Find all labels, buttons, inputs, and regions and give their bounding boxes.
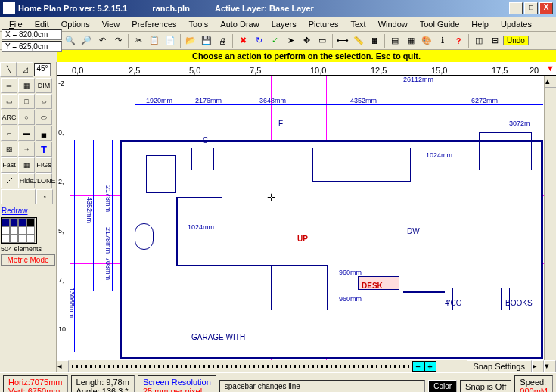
angle-tool[interactable]: ◿ — [17, 62, 33, 77]
ruler-marker-right: ▼ — [546, 64, 554, 73]
element-count: 504 elements — [0, 244, 56, 254]
action-hint-bar: Choose an action to perform on the selec… — [57, 50, 556, 62]
app-icon — [3, 2, 15, 14]
calc-icon[interactable]: 🖩 — [367, 33, 382, 48]
open-icon[interactable]: 📂 — [183, 33, 198, 48]
cut-icon[interactable]: ✂ — [131, 33, 146, 48]
square-tool[interactable]: □ — [18, 94, 35, 109]
titlebar: Home Plan Pro ver: 5.2.15.1 ranch.pln Ac… — [0, 0, 556, 17]
arc-tool[interactable]: ARC — [1, 110, 17, 125]
menubar: File Edit Options View Preferences Tools… — [0, 17, 556, 32]
select-icon[interactable]: ▭ — [315, 33, 330, 48]
fill-icon[interactable]: 🎨 — [419, 33, 434, 48]
coord-x: X = 820,0cm — [2, 29, 62, 40]
ellipse-tool[interactable]: ⬭ — [36, 110, 52, 125]
menu-toolguide[interactable]: Tool Guide — [414, 18, 466, 30]
zoom-out-icon[interactable]: 🔎 — [79, 33, 94, 48]
hatch-tool[interactable]: ▨ — [1, 142, 17, 157]
wall-tool[interactable]: ▄ — [36, 126, 52, 141]
redo-icon[interactable]: ↷ — [110, 33, 126, 48]
print-icon[interactable]: 🖨 — [215, 33, 230, 48]
dim-icon[interactable]: ⟷ — [335, 33, 350, 48]
table-tool[interactable]: ▦ — [18, 157, 35, 173]
status-hint: spacebar changes line — [219, 380, 425, 392]
zoom-out-button[interactable]: – — [412, 361, 424, 372]
door-tool[interactable]: ⌐ — [1, 126, 17, 141]
title-text: Home Plan Pro ver: 5.2.15.1 ranch.pln Ac… — [18, 4, 509, 13]
group-icon[interactable]: ◫ — [471, 33, 486, 48]
copy-icon[interactable]: 📋 — [147, 33, 162, 48]
eraser-tool[interactable]: ▫ — [36, 189, 53, 204]
scale-icon[interactable]: 📏 — [351, 33, 366, 48]
menu-text[interactable]: Text — [344, 18, 371, 30]
status-length-angle: Length: 9,78m Angle: 136,3 * — [71, 375, 135, 393]
close-button[interactable]: X — [539, 2, 553, 14]
grid-tool[interactable]: ▦ — [18, 78, 35, 93]
hatch-icon[interactable]: ▦ — [403, 33, 418, 48]
status-speed: Speed: 000mM — [514, 375, 553, 393]
scroll-track[interactable] — [72, 365, 409, 368]
paste-icon[interactable]: 📄 — [163, 33, 178, 48]
dim-tool[interactable]: DIM — [36, 78, 52, 93]
menu-tools[interactable]: Tools — [183, 18, 215, 30]
maximize-button[interactable]: □ — [524, 2, 538, 14]
bottom-control-bar: ◂ – + Snap Settings ▸ ▾ — [57, 360, 556, 372]
window-tool[interactable]: ▬ — [18, 126, 35, 141]
scroll-left-button[interactable]: ◂ — [57, 360, 69, 372]
rect-tool[interactable]: ▭ — [1, 94, 17, 109]
text-tool[interactable]: T — [36, 142, 52, 157]
delete-icon[interactable]: ✖ — [235, 33, 250, 48]
clone-tool[interactable]: CLONE — [36, 173, 52, 188]
scroll-down-button[interactable]: ▾ — [544, 360, 556, 372]
scroll-right-button[interactable]: ▸ — [532, 360, 544, 372]
blank-tool-1[interactable] — [1, 189, 36, 204]
cursor-crosshair: ✛ — [267, 191, 276, 204]
ungroup-icon[interactable]: ⊟ — [487, 33, 502, 48]
metric-mode[interactable]: Metric Mode — [1, 254, 55, 266]
poly-tool[interactable]: ▱ — [36, 94, 52, 109]
left-tool-panel: ╲ ◿ 45° ═ ▦ DIM ▭ □ ▱ ARC ○ ⬭ ⌐ ▬ ▄ ▨ → … — [0, 62, 57, 372]
arrow-tool[interactable]: → — [18, 142, 35, 157]
menu-help[interactable]: Help — [465, 18, 495, 30]
status-snap: Snap is Off — [460, 380, 511, 393]
rotate-icon[interactable]: ↻ — [251, 33, 266, 48]
fast-tool[interactable]: Fast — [1, 157, 17, 173]
status-resolution: Screen Resolution 25 mm per pixel — [138, 375, 216, 393]
scroll-up-button[interactable]: ▴ — [545, 76, 556, 88]
color-swatches[interactable] — [1, 217, 37, 244]
scrollbar-vertical[interactable]: ▴ — [544, 76, 556, 360]
minimize-button[interactable]: _ — [509, 2, 523, 14]
line-tool[interactable]: ╲ — [0, 62, 17, 77]
undo-icon[interactable]: ↶ — [95, 33, 110, 48]
menu-updates[interactable]: Updates — [495, 18, 538, 30]
coord-y: Y = 625,0cm — [2, 41, 62, 52]
pointer-icon[interactable]: ➤ — [283, 33, 298, 48]
menu-view[interactable]: View — [96, 18, 126, 30]
toolbar-top: X = 820,0cm Y = 625,0cm 🔍 🔎 ↶ ↷ ✂ 📋 📄 📂 … — [0, 32, 556, 50]
menu-layers[interactable]: Layers — [266, 18, 303, 30]
snap-settings-button[interactable]: Snap Settings — [467, 360, 533, 372]
status-position: Horiz:7075mm Vert: 6750mm — [3, 375, 68, 393]
circle-tool[interactable]: ○ — [18, 110, 35, 125]
info-icon[interactable]: ℹ — [435, 33, 450, 48]
menu-window[interactable]: Window — [372, 18, 414, 30]
layers-icon[interactable]: ▤ — [387, 33, 402, 48]
statusbar: Horiz:7075mm Vert: 6750mm Length: 9,78m … — [0, 372, 556, 392]
drawing-canvas[interactable]: 26112mm 1920mm 2176mm 3648mm 4352mm 6272… — [70, 76, 544, 360]
save-icon[interactable]: 💾 — [199, 33, 214, 48]
color-button[interactable]: Color — [428, 380, 457, 392]
undo-button[interactable]: Undo — [503, 36, 529, 45]
angle-deg[interactable]: 45° — [34, 63, 51, 76]
help-icon[interactable]: ? — [451, 33, 466, 48]
check-icon[interactable]: ✓ — [267, 33, 282, 48]
stairs-tool[interactable]: ⋰ — [1, 173, 17, 188]
parallel-tool[interactable]: ═ — [1, 78, 17, 93]
menu-preferences[interactable]: Preferences — [126, 18, 182, 30]
zoom-in-button[interactable]: + — [424, 361, 436, 372]
menu-pictures[interactable]: Pictures — [303, 18, 345, 30]
move-icon[interactable]: ✥ — [299, 33, 314, 48]
figs-tool[interactable]: FIGs — [36, 157, 52, 173]
menu-autodraw[interactable]: Auto Draw — [214, 18, 265, 30]
redraw-link[interactable]: Redraw — [0, 205, 56, 216]
zoom-in-icon[interactable]: 🔍 — [63, 33, 78, 48]
